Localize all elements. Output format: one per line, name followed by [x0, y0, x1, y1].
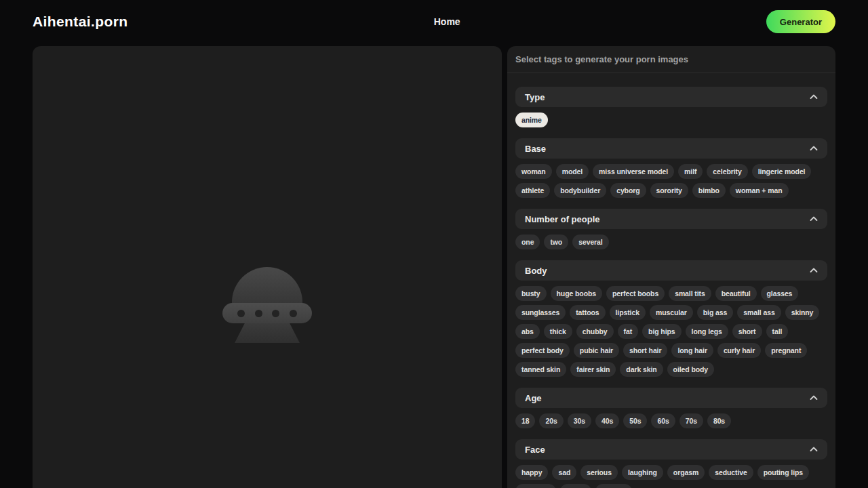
tag-70s[interactable]: 70s [679, 413, 703, 428]
tag-one[interactable]: one [515, 235, 540, 249]
tag-athlete[interactable]: athlete [515, 183, 550, 198]
top-nav: Aihentai.porn Home Generator [0, 0, 868, 43]
tag-laughing[interactable]: laughing [622, 465, 663, 480]
section-title: Body [525, 266, 547, 276]
tag-small-ass[interactable]: small ass [737, 305, 781, 320]
section-title: Age [525, 393, 542, 403]
tag-fat[interactable]: fat [618, 324, 639, 339]
tag-60s[interactable]: 60s [651, 413, 675, 428]
tag-two[interactable]: two [544, 235, 568, 249]
ufo-dome [232, 267, 302, 305]
tag-fairer-skin[interactable]: fairer skin [570, 362, 616, 377]
tag-cyborg[interactable]: cyborg [610, 183, 646, 198]
tag-angry[interactable]: angry [560, 484, 591, 488]
tag-milf[interactable]: milf [678, 164, 703, 179]
image-preview-area [33, 46, 502, 488]
section-header-age[interactable]: Age [515, 388, 827, 408]
tag-short[interactable]: short [732, 324, 762, 339]
tag-lipstick[interactable]: lipstick [610, 305, 646, 320]
section-header-base[interactable]: Base [515, 138, 827, 159]
tag-lingerie-model[interactable]: lingerie model [752, 164, 812, 179]
tag-miss-universe-model[interactable]: miss universe model [593, 164, 674, 179]
tag-huge-boobs[interactable]: huge boobs [551, 286, 603, 301]
section-header-face[interactable]: Face [515, 439, 827, 460]
ufo-light [290, 310, 297, 317]
tag-orgasm[interactable]: orgasm [667, 465, 705, 480]
tag-seductive[interactable]: seductive [709, 465, 753, 480]
tag-serious[interactable]: serious [580, 465, 618, 480]
section-base: Basewomanmodelmiss universe modelmilfcel… [515, 138, 827, 198]
tag-oiled-body[interactable]: oiled body [667, 362, 715, 377]
tag-beautiful[interactable]: beautiful [715, 286, 757, 301]
tag-long-legs[interactable]: long legs [686, 324, 728, 339]
tag-18[interactable]: 18 [515, 413, 535, 428]
tag-sunglasses[interactable]: sunglasses [515, 305, 566, 320]
tag-dark-skin[interactable]: dark skin [620, 362, 663, 377]
tag-tattoos[interactable]: tattoos [570, 305, 605, 320]
tag-sad[interactable]: sad [552, 465, 576, 480]
tag-chubby[interactable]: chubby [576, 324, 614, 339]
section-header-body[interactable]: Body [515, 260, 827, 281]
tag-shocked[interactable]: shocked [515, 484, 556, 488]
tag-sections: TypeanimeBasewomanmodelmiss universe mod… [507, 73, 835, 488]
tag-list: 1820s30s40s50s60s70s80s [515, 413, 827, 428]
chevron-up-icon [810, 94, 818, 100]
tag-list: bustyhuge boobsperfect boobssmall titsbe… [515, 286, 827, 377]
tag-glasses[interactable]: glasses [761, 286, 799, 301]
chevron-up-icon [810, 146, 818, 151]
panel-title: Select tags to generate your porn images [507, 46, 835, 73]
section-number-of-people: Number of peopleonetwoseveral [515, 209, 827, 249]
tag-pregnant[interactable]: pregnant [765, 343, 807, 358]
tag-abs[interactable]: abs [515, 324, 540, 339]
section-title: Face [525, 445, 545, 455]
nav-item-home[interactable]: Home [434, 16, 460, 27]
section-type: Typeanime [515, 87, 827, 127]
tag-perfect-body[interactable]: perfect body [515, 343, 570, 358]
tag-big-hips[interactable]: big hips [642, 324, 681, 339]
tag-pubic-hair[interactable]: pubic hair [574, 343, 619, 358]
tag-celebrity[interactable]: celebrity [707, 164, 747, 179]
section-title: Base [525, 144, 546, 154]
tag-ahegao[interactable]: ahegao [595, 484, 632, 488]
tag-short-hair[interactable]: short hair [623, 343, 667, 358]
tag-happy[interactable]: happy [515, 465, 548, 480]
tag-muscular[interactable]: muscular [650, 305, 693, 320]
tag-thick[interactable]: thick [544, 324, 572, 339]
tag-selector-panel: Select tags to generate your porn images… [507, 46, 835, 488]
tag-model[interactable]: model [556, 164, 589, 179]
tag-list: onetwoseveral [515, 235, 827, 249]
site-logo[interactable]: Aihentai.porn [33, 14, 128, 30]
chevron-up-icon [810, 447, 818, 452]
tag-bodybuilder[interactable]: bodybuilder [554, 183, 606, 198]
tag-40s[interactable]: 40s [595, 413, 619, 428]
generator-button[interactable]: Generator [766, 10, 835, 33]
tag-anime[interactable]: anime [515, 113, 548, 127]
tag-curly-hair[interactable]: curly hair [717, 343, 761, 358]
section-header-number-of-people[interactable]: Number of people [515, 209, 827, 229]
ufo-beam [235, 323, 300, 343]
tag-tanned-skin[interactable]: tanned skin [515, 362, 566, 377]
tag-pouting-lips[interactable]: pouting lips [757, 465, 809, 480]
tag-perfect-boobs[interactable]: perfect boobs [606, 286, 665, 301]
tag-big-ass[interactable]: big ass [697, 305, 733, 320]
tag-sorority[interactable]: sorority [650, 183, 688, 198]
tag-80s[interactable]: 80s [707, 413, 731, 428]
tag-woman[interactable]: woman [515, 164, 552, 179]
tag-20s[interactable]: 20s [539, 413, 563, 428]
ufo-light [272, 310, 279, 317]
tag-skinny[interactable]: skinny [785, 305, 820, 320]
tag-small-tits[interactable]: small tits [669, 286, 711, 301]
tag-bimbo[interactable]: bimbo [692, 183, 726, 198]
tag-woman-man[interactable]: woman + man [730, 183, 789, 198]
tag-30s[interactable]: 30s [568, 413, 591, 428]
chevron-up-icon [810, 268, 818, 273]
ufo-light [237, 310, 245, 317]
tag-several[interactable]: several [572, 235, 609, 249]
tag-tall[interactable]: tall [766, 324, 789, 339]
ufo-icon [222, 267, 312, 344]
section-body: Bodybustyhuge boobsperfect boobssmall ti… [515, 260, 827, 377]
tag-busty[interactable]: busty [515, 286, 547, 301]
section-header-type[interactable]: Type [515, 87, 827, 107]
tag-50s[interactable]: 50s [623, 413, 647, 428]
tag-long-hair[interactable]: long hair [671, 343, 713, 358]
